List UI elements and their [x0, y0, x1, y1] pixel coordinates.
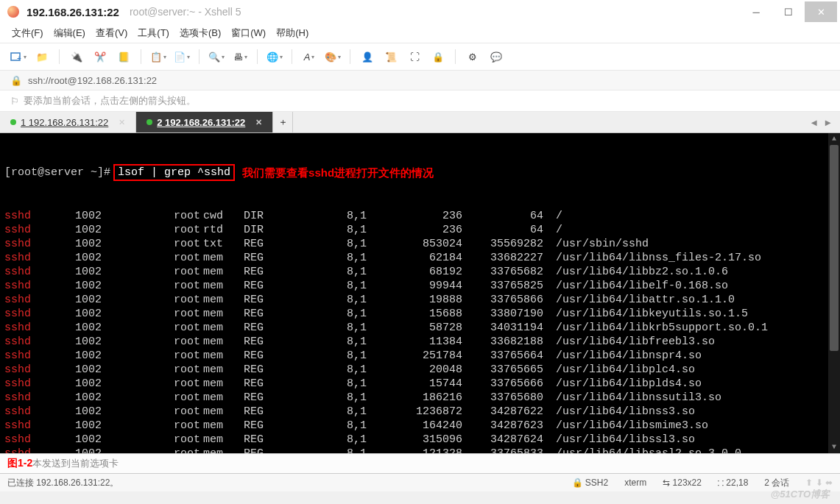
- fullscreen-button[interactable]: ⛶: [403, 47, 426, 66]
- tab-close-icon[interactable]: ✕: [255, 118, 262, 127]
- globe-button[interactable]: 🌐: [264, 47, 286, 66]
- tab-1-label: 1 192.168.26.131:22: [21, 117, 108, 128]
- col-pid: 1002: [49, 223, 107, 237]
- col-user: root: [107, 447, 203, 453]
- terminal[interactable]: [root@server ~]# lsof | grep ^sshd 我们需要查…: [0, 133, 840, 453]
- close-button[interactable]: ✕: [805, 1, 837, 22]
- col-user: root: [107, 391, 203, 405]
- menu-edit[interactable]: 编辑(E): [54, 26, 85, 40]
- col-type: REG: [244, 377, 292, 391]
- menu-tools[interactable]: 工具(T): [138, 26, 169, 40]
- col-node: 64: [468, 209, 549, 223]
- col-dev: 8,1: [292, 293, 373, 307]
- output-row: sshd 1002 rootmem REG 8,1 11384 33682188…: [4, 335, 836, 349]
- col-user: root: [107, 363, 203, 377]
- col-type: REG: [244, 279, 292, 293]
- col-type: REG: [244, 237, 292, 251]
- col-name: /: [549, 223, 836, 237]
- prompt: [root@server ~]#: [4, 166, 110, 180]
- output-row: sshd 1002 rootmem REG 8,1 121328 3376583…: [4, 447, 836, 453]
- col-command: sshd: [4, 223, 49, 237]
- tab-add-button[interactable]: ＋: [273, 112, 293, 132]
- col-dev: 8,1: [292, 223, 373, 237]
- scrollbar[interactable]: ▲ ▼: [828, 133, 840, 453]
- output-row: sshd 1002 rootmem REG 8,1 99944 33765825…: [4, 279, 836, 293]
- col-type: REG: [244, 349, 292, 363]
- col-size: 164240: [373, 419, 468, 433]
- col-command: sshd: [4, 237, 49, 251]
- col-node: 33765666: [468, 377, 549, 391]
- minimize-button[interactable]: ─: [740, 1, 772, 22]
- scroll-up-icon[interactable]: ▲: [828, 133, 840, 145]
- col-user: root: [107, 209, 203, 223]
- scroll-thumb[interactable]: [830, 145, 839, 351]
- lock-button[interactable]: 🔒: [427, 47, 449, 66]
- tab-next-icon[interactable]: ►: [823, 117, 833, 128]
- scroll-down-icon[interactable]: ▼: [828, 441, 840, 453]
- tab-2[interactable]: 2 192.168.26.131:22 ✕: [136, 112, 273, 132]
- profile-button[interactable]: 📒: [113, 47, 135, 66]
- col-type: DIR: [244, 209, 292, 223]
- col-size: 121328: [373, 447, 468, 453]
- new-session-button[interactable]: +: [7, 47, 29, 66]
- print-button[interactable]: 🖶: [229, 47, 251, 66]
- tab-close-icon[interactable]: ✕: [119, 118, 125, 127]
- col-command: sshd: [4, 405, 49, 419]
- menu-window[interactable]: 窗口(W): [231, 26, 266, 40]
- col-dev: 8,1: [292, 279, 373, 293]
- col-size: 15744: [373, 377, 468, 391]
- tab-1[interactable]: 1 192.168.26.131:22 ✕: [0, 112, 136, 132]
- paste-button[interactable]: 📄: [171, 47, 193, 66]
- menu-help[interactable]: 帮助(H): [276, 26, 308, 40]
- col-name: /usr/lib64/libfreebl3.so: [549, 335, 836, 349]
- disconnect-button[interactable]: ✂️: [89, 47, 111, 66]
- col-fd: mem: [203, 321, 244, 335]
- maximize-button[interactable]: ☐: [772, 1, 805, 22]
- copy-button[interactable]: 📋: [147, 47, 169, 66]
- col-pid: 1002: [49, 349, 107, 363]
- output-row: sshd 1002 rootcwd DIR 8,1 236 64 /: [4, 209, 836, 223]
- col-name: /usr/lib64/libsmime3.so: [549, 419, 836, 433]
- col-command: sshd: [4, 265, 49, 279]
- open-button[interactable]: 📁: [31, 47, 53, 66]
- title-address: 192.168.26.131:22: [27, 6, 119, 18]
- chat-button[interactable]: 💬: [485, 47, 507, 66]
- col-pid: 1002: [49, 209, 107, 223]
- status-bar: 已连接 192.168.26.131:22。 🔒 SSH2 xterm ⇆ 12…: [0, 473, 840, 491]
- col-size: 1236872: [373, 405, 468, 419]
- output-row: sshd 1002 rootmem REG 8,1 186216 3376568…: [4, 391, 836, 405]
- col-node: 34287622: [468, 405, 549, 419]
- color-button[interactable]: 🎨: [322, 47, 344, 66]
- col-user: root: [107, 419, 203, 433]
- tab-prev-icon[interactable]: ◄: [809, 117, 819, 128]
- address-bar[interactable]: 🔒 ssh://root@192.168.26.131:22: [0, 71, 840, 90]
- lock-icon: 🔒: [10, 75, 22, 86]
- status-dot-icon: [10, 119, 16, 125]
- reconnect-button[interactable]: 🔌: [66, 47, 88, 66]
- send-bar[interactable]: 图1-2 本发送到当前选项卡: [0, 453, 840, 473]
- col-size: 236: [373, 223, 468, 237]
- font-button[interactable]: A: [298, 47, 320, 66]
- col-type: REG: [244, 321, 292, 335]
- flag-icon[interactable]: ⚐: [10, 96, 19, 107]
- col-pid: 1002: [49, 321, 107, 335]
- output-row: sshd 1002 rootmem REG 8,1 58728 34031194…: [4, 321, 836, 335]
- col-pid: 1002: [49, 279, 107, 293]
- col-user: root: [107, 237, 203, 251]
- menu-view[interactable]: 查看(V): [96, 26, 127, 40]
- menu-tabs[interactable]: 选项卡(B): [180, 26, 221, 40]
- status-connected: 已连接 192.168.26.131:22。: [7, 477, 119, 489]
- col-pid: 1002: [49, 377, 107, 391]
- menu-file[interactable]: 文件(F): [12, 26, 43, 40]
- col-type: REG: [244, 335, 292, 349]
- col-command: sshd: [4, 377, 49, 391]
- col-fd: mem: [203, 307, 244, 321]
- settings-button[interactable]: ⚙: [462, 47, 484, 66]
- col-command: sshd: [4, 391, 49, 405]
- user-button[interactable]: 👤: [356, 47, 378, 66]
- find-button[interactable]: 🔍: [205, 47, 227, 66]
- col-node: 64: [468, 223, 549, 237]
- tab-bar: 1 192.168.26.131:22 ✕ 2 192.168.26.131:2…: [0, 112, 840, 133]
- col-fd: mem: [203, 405, 244, 419]
- script-button[interactable]: 📜: [380, 47, 402, 66]
